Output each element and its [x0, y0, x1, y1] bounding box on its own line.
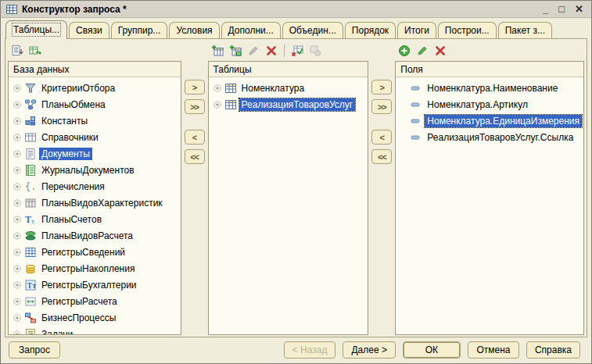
- titlebar: Конструктор запроса * _ □ ✕: [1, 1, 591, 18]
- add-field-button[interactable]: [397, 44, 411, 58]
- tab-4[interactable]: Условия: [169, 22, 219, 38]
- tab-10[interactable]: Пакет з...: [498, 22, 552, 38]
- tree-item[interactable]: TтПланыСчетов: [9, 211, 181, 227]
- tree-item[interactable]: ТтРегистрыБухгалтерии: [9, 277, 181, 293]
- tree-item[interactable]: Справочники: [9, 129, 181, 145]
- calc-register-icon: [24, 295, 37, 308]
- tree-item-label: ПланыСчетов: [39, 213, 104, 226]
- tab-label: Условия: [176, 25, 212, 36]
- tree-item-label: Справочники: [39, 131, 101, 144]
- tab-5[interactable]: Дополни...: [221, 22, 281, 38]
- tree-item[interactable]: БизнесПроцессы: [9, 309, 181, 326]
- tab-8[interactable]: Итоги: [397, 22, 436, 38]
- tab-label: Порядок: [352, 25, 389, 36]
- footer: Запрос < Назад Далее > ОК Отмена Справка: [1, 337, 591, 363]
- tab-7[interactable]: Порядок: [345, 22, 396, 38]
- table-item[interactable]: Номенклатура: [209, 80, 368, 96]
- tree-item[interactable]: РегистрыРасчета: [9, 293, 181, 309]
- tab-9[interactable]: Построи...: [438, 22, 497, 38]
- field-item[interactable]: Номенклатура.Артикул: [396, 96, 583, 112]
- tree-item-label: КритерииОтбора: [39, 82, 117, 95]
- add-table-button[interactable]: [210, 44, 224, 58]
- query-button[interactable]: Запрос: [9, 341, 60, 359]
- tables-list[interactable]: НоменклатураРеализацияТоваровУслуг: [209, 77, 368, 334]
- ok-button[interactable]: ОК: [403, 341, 461, 359]
- fields-list[interactable]: Номенклатура.НаименованиеНоменклатура.Ар…: [396, 77, 583, 334]
- expander-icon: [13, 297, 22, 306]
- tab-label: Итоги: [404, 25, 429, 36]
- table-item-label: РеализацияТоваровУслуг: [239, 98, 356, 111]
- tree-item[interactable]: Константы: [9, 112, 181, 129]
- tree-item-label: РегистрыСведений: [39, 246, 127, 259]
- next-button[interactable]: Далее >: [343, 341, 396, 359]
- tree-item-label: РегистрыБухгалтерии: [39, 279, 139, 291]
- tree-item[interactable]: ЖурналыДокументов: [9, 162, 181, 178]
- tree-item[interactable]: ПланыВидовРасчета: [9, 227, 181, 244]
- tree-item[interactable]: Документы: [9, 145, 181, 162]
- expander-icon: [13, 116, 22, 126]
- table-item[interactable]: РеализацияТоваровУслуг: [209, 96, 368, 112]
- table-icon: [224, 98, 237, 111]
- tab-6[interactable]: Объедин...: [282, 22, 343, 38]
- doc-order-button[interactable]: [10, 44, 24, 58]
- table-settings-button[interactable]: [28, 44, 42, 58]
- field-item[interactable]: Номенклатура.Наименование: [396, 80, 583, 96]
- fields-transfer-buttons: >>><<<: [368, 41, 395, 335]
- database-panel-title: База данных: [9, 62, 181, 77]
- field-dash-icon: [410, 82, 422, 95]
- move-all-left-button[interactable]: <<: [185, 149, 205, 164]
- move-all-right-button[interactable]: >>: [371, 99, 392, 114]
- expander-icon: [13, 231, 22, 241]
- edit-field-button[interactable]: [415, 44, 429, 58]
- chart-accounts-icon: Tт: [24, 213, 37, 226]
- tree-item[interactable]: {..}Перечисления: [9, 178, 181, 194]
- field-item[interactable]: РеализацияТоваровУслуг.Ссылка: [396, 129, 583, 145]
- help-button[interactable]: Справка: [526, 341, 580, 359]
- add-derived-table-button[interactable]: [228, 44, 242, 58]
- virtual-table-params-button[interactable]: [290, 44, 304, 58]
- remove-field-button[interactable]: [433, 44, 447, 58]
- cancel-button[interactable]: Отмена: [468, 341, 519, 359]
- close-button[interactable]: ✕: [575, 4, 583, 14]
- field-item[interactable]: Номенклатура.ЕдиницаИзмерения: [396, 112, 583, 129]
- field-dash-icon: [410, 131, 422, 144]
- tree-item-label: Задачи: [39, 328, 75, 335]
- maximize-button[interactable]: □: [558, 4, 565, 14]
- expander-icon: [13, 264, 22, 273]
- tab-1[interactable]: Таблицы...: [5, 20, 67, 39]
- tab-label: Связи: [76, 25, 102, 36]
- tab-label: Построи...: [445, 25, 490, 36]
- journal-icon: [24, 164, 37, 177]
- info-register-icon: [24, 246, 37, 259]
- replace-table-button: [308, 44, 322, 58]
- back-button: < Назад: [284, 341, 336, 359]
- tab-3[interactable]: Группир...: [111, 22, 168, 38]
- tree-item-label: ЖурналыДокументов: [39, 164, 137, 177]
- enum-icon: {..}: [24, 180, 37, 193]
- funnel-icon: [24, 82, 37, 95]
- move-all-left-button[interactable]: <<: [371, 149, 392, 164]
- move-right-button[interactable]: >: [371, 80, 392, 95]
- move-left-button[interactable]: <: [185, 130, 205, 145]
- move-right-button[interactable]: >: [185, 80, 205, 95]
- svg-text:т: т: [31, 217, 34, 225]
- remove-table-button[interactable]: [264, 44, 278, 58]
- tab-2[interactable]: Связи: [69, 22, 109, 38]
- fields-column: Поля Номенклатура.НаименованиеНоменклату…: [395, 41, 584, 335]
- expander-icon: [13, 182, 22, 191]
- database-tree[interactable]: КритерииОтбораПланыОбменаКонстантыСправо…: [9, 77, 181, 334]
- move-left-button[interactable]: <: [371, 130, 392, 145]
- tree-item[interactable]: ПланыВидовХарактеристик: [9, 194, 181, 211]
- tree-item[interactable]: ПланыОбмена: [9, 96, 181, 112]
- expander-icon: [13, 166, 22, 175]
- svg-text:{..}: {..}: [25, 181, 37, 192]
- tree-item-label: ПланыОбмена: [39, 98, 108, 111]
- exchange-icon: [24, 98, 37, 111]
- move-all-right-button[interactable]: >>: [185, 99, 205, 114]
- tree-item-label: Константы: [39, 115, 90, 127]
- minimize-button[interactable]: _: [543, 4, 548, 14]
- tree-item[interactable]: РегистрыНакопления: [9, 260, 181, 277]
- tree-item[interactable]: Задачи: [9, 326, 181, 334]
- tree-item[interactable]: КритерииОтбора: [9, 80, 181, 96]
- tree-item[interactable]: РегистрыСведений: [9, 244, 181, 260]
